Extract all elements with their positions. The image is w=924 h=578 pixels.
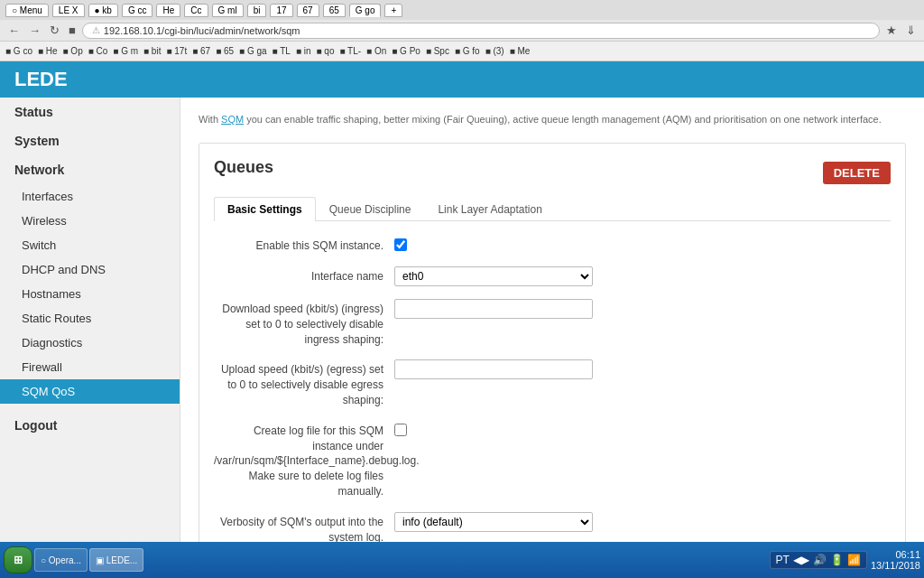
taskbar-item-opera[interactable]: ○ Opera...: [34, 548, 88, 572]
download-label: Download speed (kbit/s) (ingress) set to…: [214, 299, 394, 347]
interface-label: Interface name: [214, 266, 394, 284]
logfile-control: [394, 421, 891, 439]
delete-button[interactable]: DELETE: [823, 162, 891, 184]
sidebar-section-network: Network Interfaces Wireless Switch DHCP …: [0, 155, 180, 404]
bm-item-16[interactable]: ■ G Po: [392, 46, 420, 56]
tab-queue-discipline[interactable]: Queue Discipline: [316, 197, 425, 221]
main-card: Queues DELETE Basic Settings Queue Disci…: [199, 143, 906, 578]
bm-item-1[interactable]: ■ G co: [5, 46, 32, 56]
sidebar-item-system[interactable]: System: [0, 126, 180, 155]
interface-select[interactable]: eth0: [394, 266, 593, 286]
clock-time: 06:11: [871, 549, 920, 560]
page-wrapper: Status System Network Interfaces Wireles…: [0, 98, 924, 578]
main-content: With SQM you can enable traffic shaping,…: [180, 98, 924, 578]
forward-button[interactable]: →: [26, 23, 43, 37]
upload-input[interactable]: 870: [394, 359, 593, 379]
bm-item-14[interactable]: ■ TL-: [339, 46, 361, 56]
browser-tabs: ○ Menu LE X ● kb G cc He Cc G ml bi 17 6…: [0, 0, 924, 20]
enable-checkbox[interactable]: [394, 238, 407, 251]
reload-button[interactable]: ↻: [47, 23, 62, 37]
content-inner: With SQM you can enable traffic shaping,…: [180, 98, 924, 578]
taskbar-time: 06:11 13/11/2018: [871, 549, 920, 571]
browser-tab-65[interactable]: 65: [323, 4, 346, 17]
download-input[interactable]: 13050: [394, 299, 593, 319]
download-button[interactable]: ⇓: [903, 23, 919, 37]
browser-tab-new[interactable]: +: [384, 4, 402, 17]
enable-label: Enable this SQM instance.: [214, 236, 394, 254]
bm-item-13[interactable]: ■ qo: [317, 46, 335, 56]
tray-area: PT ◀▶ 🔊 🔋 📶: [770, 551, 867, 569]
bm-item-18[interactable]: ■ G fo: [455, 46, 480, 56]
sidebar-sub-firewall[interactable]: Firewall: [0, 355, 180, 379]
sidebar-sub-switch[interactable]: Switch: [0, 233, 180, 257]
sidebar: Status System Network Interfaces Wireles…: [0, 98, 180, 578]
bm-item-20[interactable]: ■ Me: [510, 46, 531, 56]
bm-item-12[interactable]: ■ in: [296, 46, 311, 56]
logfile-label: Create log file for this SQM instance un…: [214, 421, 394, 499]
sidebar-sub-dhcp[interactable]: DHCP and DNS: [0, 257, 180, 282]
enable-control: [394, 236, 891, 254]
browser-tab-le[interactable]: LE X: [52, 4, 85, 17]
sidebar-sub-sqm[interactable]: SQM QoS: [0, 379, 180, 404]
bm-item-17[interactable]: ■ Spc: [426, 46, 449, 56]
home-button[interactable]: ■: [66, 23, 79, 37]
bm-item-8[interactable]: ■ 67: [192, 46, 210, 56]
browser-tab-67[interactable]: 67: [297, 4, 319, 17]
bookmark-button[interactable]: ★: [883, 23, 900, 37]
page-description: With SQM you can enable traffic shaping,…: [199, 107, 906, 132]
taskbar-right-area: PT ◀▶ 🔊 🔋 📶 06:11 13/11/2018: [770, 549, 920, 571]
browser-tab-menu[interactable]: ○ Menu: [5, 4, 49, 17]
browser-tab-kb[interactable]: ● kb: [88, 4, 118, 17]
taskbar-lede-icon: ▣: [96, 555, 104, 565]
taskbar-item-lede[interactable]: ▣ LEDE...: [89, 548, 143, 572]
upload-row: Upload speed (kbit/s) (egress) set to 0 …: [214, 359, 891, 407]
bm-item-2[interactable]: ■ He: [38, 46, 58, 56]
url-bar[interactable]: ⚠ 192.168.10.1/cgi-bin/luci/admin/networ…: [82, 23, 880, 39]
browser-tab-opera[interactable]: He: [156, 4, 180, 17]
interface-control: eth0: [394, 266, 891, 286]
bm-item-6[interactable]: ■ bit: [143, 46, 161, 56]
browser-tab-bi[interactable]: bi: [247, 4, 267, 17]
tray-icon-audio: ◀▶: [793, 554, 809, 566]
card-title: Queues: [214, 158, 273, 177]
sidebar-item-network[interactable]: Network: [0, 155, 180, 184]
bm-item-4[interactable]: ■ Co: [88, 46, 108, 56]
bm-item-11[interactable]: ■ TL: [273, 46, 291, 56]
sidebar-item-status[interactable]: Status: [0, 98, 180, 126]
logfile-row: Create log file for this SQM instance un…: [214, 421, 891, 499]
logfile-checkbox[interactable]: [394, 424, 407, 436]
tab-link-layer[interactable]: Link Layer Adaptation: [424, 197, 555, 221]
bm-item-19[interactable]: ■ (3): [485, 46, 504, 56]
tab-basic-settings[interactable]: Basic Settings: [214, 197, 316, 221]
upload-control: 870: [394, 359, 891, 379]
browser-tab-17[interactable]: 17: [270, 4, 292, 17]
security-icon: ⚠: [92, 25, 100, 35]
bm-item-7[interactable]: ■ 17t: [166, 46, 187, 56]
bm-item-15[interactable]: ■ On: [366, 46, 386, 56]
sidebar-sub-diagnostics[interactable]: Diagnostics: [0, 331, 180, 355]
sidebar-section-status: Status: [0, 98, 180, 126]
clock-date: 13/11/2018: [871, 560, 920, 571]
bm-item-3[interactable]: ■ Op: [63, 46, 83, 56]
verbosity-select[interactable]: info (default) debug warning error: [394, 512, 593, 532]
tray-icon-network: 📶: [847, 554, 861, 566]
sqm-link[interactable]: SQM: [221, 114, 244, 125]
sidebar-sub-hostnames[interactable]: Hostnames: [0, 282, 180, 306]
upload-label: Upload speed (kbit/s) (egress) set to 0 …: [214, 359, 394, 407]
browser-tab-cc[interactable]: Cc: [184, 4, 208, 17]
sidebar-sub-wireless[interactable]: Wireless: [0, 209, 180, 233]
bm-item-5[interactable]: ■ G m: [113, 46, 138, 56]
browser-tab-gmail[interactable]: G ml: [212, 4, 244, 17]
sidebar-sub-interfaces[interactable]: Interfaces: [0, 184, 180, 209]
page-header: LEDE: [0, 61, 924, 98]
enable-row: Enable this SQM instance.: [214, 236, 891, 254]
bm-item-10[interactable]: ■ G ga: [239, 46, 267, 56]
start-button[interactable]: ⊞: [4, 546, 32, 573]
bm-item-9[interactable]: ■ 65: [216, 46, 234, 56]
back-button[interactable]: ←: [5, 23, 23, 37]
browser-tab-go[interactable]: G go: [349, 4, 382, 17]
tab-bar: Basic Settings Queue Discipline Link Lay…: [214, 197, 891, 221]
sidebar-logout[interactable]: Logout: [0, 411, 180, 440]
sidebar-sub-static-routes[interactable]: Static Routes: [0, 306, 180, 331]
browser-tab-g[interactable]: G cc: [122, 4, 153, 17]
